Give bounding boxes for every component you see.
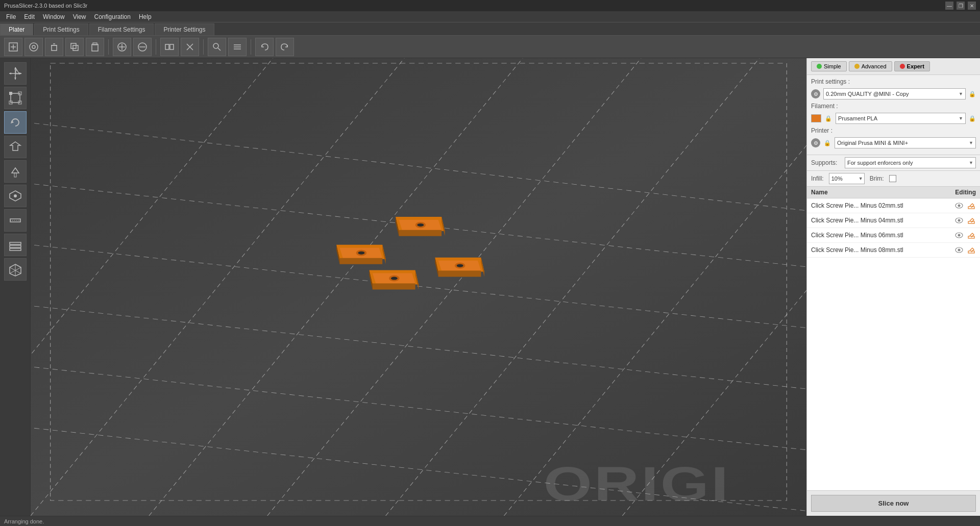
object-eye-3[interactable] bbox=[954, 245, 964, 255]
svg-point-3 bbox=[30, 43, 38, 51]
cut-button[interactable] bbox=[181, 38, 199, 56]
minimize-button[interactable]: — bbox=[945, 2, 953, 10]
svg-marker-95 bbox=[438, 271, 481, 277]
svg-marker-81 bbox=[339, 258, 382, 264]
object-eye-0[interactable] bbox=[954, 201, 964, 210]
advanced-dot bbox=[854, 64, 860, 69]
object-row-2[interactable]: Click Screw Pie... Minus 06mm.stl bbox=[807, 228, 980, 243]
delete-button[interactable] bbox=[45, 38, 63, 56]
split-objects-button[interactable] bbox=[160, 38, 179, 56]
simple-dot bbox=[817, 64, 822, 69]
svg-marker-40 bbox=[12, 168, 19, 173]
layers-button[interactable] bbox=[228, 38, 247, 56]
print-settings-select-row: ⚙ 0.20mm QUALITY @MINI - Copy ▼ 🔒 bbox=[811, 88, 976, 99]
object-name-1: Click Screw Pie... Minus 04mm.stl bbox=[811, 217, 951, 224]
print-settings-lock[interactable]: 🔒 bbox=[969, 91, 976, 97]
tool-rotate[interactable] bbox=[4, 111, 27, 134]
close-button[interactable]: ✕ bbox=[968, 2, 976, 10]
toolbar bbox=[0, 36, 980, 58]
tool-scale[interactable] bbox=[4, 87, 27, 109]
brim-checkbox[interactable] bbox=[889, 175, 896, 182]
tab-plater[interactable]: Plater bbox=[0, 23, 33, 35]
svg-rect-41 bbox=[14, 173, 16, 177]
supports-arrow: ▼ bbox=[969, 160, 973, 165]
svg-text:ORIGI: ORIGI bbox=[544, 457, 730, 511]
infill-label: Infill: bbox=[811, 175, 824, 182]
printer-gear-icon[interactable]: ⚙ bbox=[811, 138, 820, 147]
printer-select[interactable]: Original Prusa MINI & MINI+ ▼ bbox=[835, 137, 976, 148]
mode-simple-button[interactable]: Simple bbox=[811, 61, 847, 71]
svg-rect-9 bbox=[71, 43, 76, 48]
print-settings-value: 0.20mm QUALITY @MINI - Copy bbox=[826, 91, 959, 97]
search-button[interactable] bbox=[208, 38, 226, 56]
object-edit-0[interactable] bbox=[967, 201, 976, 210]
viewport[interactable]: ORIGI bbox=[31, 58, 806, 516]
menu-view[interactable]: View bbox=[69, 12, 90, 21]
supports-select[interactable]: For support enforcers only ▼ bbox=[845, 157, 976, 168]
filament-lock2[interactable]: 🔒 bbox=[969, 115, 976, 122]
left-sidebar bbox=[0, 58, 31, 516]
slice-now-button[interactable]: Slice now bbox=[811, 495, 976, 512]
filament-lock-icon[interactable]: 🔒 bbox=[824, 114, 832, 122]
add-object-button[interactable] bbox=[4, 38, 22, 56]
object-eye-2[interactable] bbox=[954, 231, 964, 240]
svg-rect-8 bbox=[73, 45, 78, 51]
copy-instances-button[interactable] bbox=[65, 38, 84, 56]
maximize-button[interactable]: ❐ bbox=[957, 2, 965, 10]
filament-label-row: Filament : bbox=[811, 103, 976, 110]
title-bar-title: PrusaSlicer-2.3.0 based on Slic3r bbox=[4, 3, 87, 9]
printer-lock-icon[interactable]: 🔒 bbox=[823, 139, 831, 147]
toolbar-sep-3 bbox=[203, 39, 204, 55]
svg-line-22 bbox=[218, 48, 220, 51]
object-row-3[interactable]: Click Screw Pie... Minus 08mm.stl bbox=[807, 243, 980, 258]
svg-point-107 bbox=[958, 249, 961, 252]
mode-advanced-label: Advanced bbox=[862, 63, 887, 69]
svg-marker-26 bbox=[15, 67, 21, 74]
svg-marker-31 bbox=[9, 72, 11, 74]
tab-print-settings[interactable]: Print Settings bbox=[34, 23, 88, 35]
tool-move[interactable] bbox=[4, 62, 27, 85]
mode-expert-button[interactable]: Expert bbox=[894, 61, 930, 71]
infill-select[interactable]: 10% ▼ bbox=[829, 173, 865, 184]
redo-button[interactable] bbox=[276, 38, 294, 56]
menu-configuration[interactable]: Configuration bbox=[90, 12, 135, 21]
mode-advanced-button[interactable]: Advanced bbox=[849, 61, 892, 71]
tool-support-paint[interactable] bbox=[4, 160, 27, 183]
supports-row: Supports: For support enforcers only ▼ bbox=[807, 155, 980, 171]
print-settings-select[interactable]: 0.20mm QUALITY @MINI - Copy ▼ bbox=[823, 88, 966, 99]
object-eye-1[interactable] bbox=[954, 216, 964, 225]
tool-3d-view[interactable] bbox=[4, 258, 27, 281]
svg-marker-88 bbox=[373, 284, 415, 290]
menu-bar: File Edit Window View Configuration Help bbox=[0, 11, 980, 22]
paste-instances-button[interactable] bbox=[86, 38, 104, 56]
tool-seam[interactable] bbox=[4, 185, 27, 207]
tool-cut[interactable] bbox=[4, 209, 27, 232]
arrange-button[interactable] bbox=[24, 38, 43, 56]
menu-file[interactable]: File bbox=[2, 12, 20, 21]
add-support-enforcer-button[interactable] bbox=[113, 38, 131, 56]
svg-point-73 bbox=[417, 223, 424, 227]
menu-window[interactable]: Window bbox=[39, 12, 69, 21]
tab-printer-settings[interactable]: Printer Settings bbox=[155, 23, 214, 35]
menu-help[interactable]: Help bbox=[135, 12, 156, 21]
object-edit-1[interactable] bbox=[967, 216, 976, 225]
filament-label: Filament : bbox=[811, 103, 842, 110]
menu-edit[interactable]: Edit bbox=[20, 12, 39, 21]
remove-support-enforcer-button[interactable] bbox=[133, 38, 152, 56]
undo-button[interactable] bbox=[255, 38, 274, 56]
object-edit-3[interactable] bbox=[967, 245, 976, 255]
object-name-0: Click Screw Pie... Minus 02mm.stl bbox=[811, 202, 951, 209]
print-settings-row: Print settings : bbox=[811, 78, 976, 85]
svg-point-4 bbox=[32, 45, 35, 48]
tab-filament-settings[interactable]: Filament Settings bbox=[89, 23, 154, 35]
filament-arrow: ▼ bbox=[959, 116, 963, 121]
object-row-1[interactable]: Click Screw Pie... Minus 04mm.stl bbox=[807, 213, 980, 228]
object-name-2: Click Screw Pie... Minus 06mm.stl bbox=[811, 232, 951, 239]
filament-select[interactable]: Prusament PLA ▼ bbox=[836, 113, 966, 124]
filament-color-swatch[interactable] bbox=[811, 114, 821, 122]
object-edit-2[interactable] bbox=[967, 231, 976, 240]
tool-layer-view[interactable] bbox=[4, 234, 27, 256]
print-settings-gear-icon[interactable]: ⚙ bbox=[811, 89, 820, 98]
tool-flatten[interactable] bbox=[4, 136, 27, 158]
object-row-0[interactable]: Click Screw Pie... Minus 02mm.stl bbox=[807, 198, 980, 213]
